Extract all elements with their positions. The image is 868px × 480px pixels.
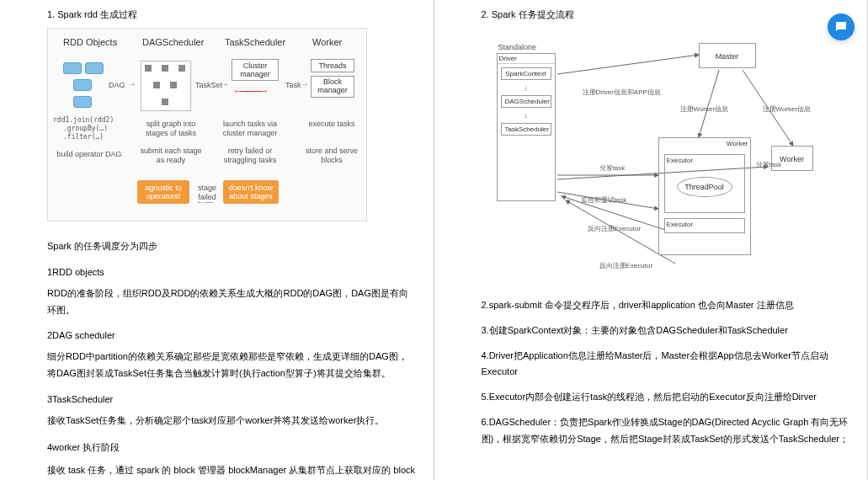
taskscheduler-box: TaskScheduler bbox=[501, 123, 551, 136]
rdd-box bbox=[73, 96, 92, 108]
dag-arrow-label: DAG bbox=[109, 81, 125, 90]
label-reg-driver: 注册Driver信息和APP信息 bbox=[583, 88, 661, 97]
para-r1: 2.spark-submit 命令提交程序后，driver和applicatio… bbox=[482, 297, 851, 314]
chat-icon bbox=[833, 19, 849, 35]
desc-submit: submit each stage as ready bbox=[137, 147, 205, 165]
worker1-label: Worker bbox=[659, 138, 750, 149]
desc-launch: launch tasks via cluster manager bbox=[216, 120, 284, 138]
col-dag: DAGScheduler bbox=[142, 37, 204, 47]
desc-store: store and serve blocks bbox=[302, 147, 361, 165]
blockmgr-box: Block manager bbox=[311, 76, 354, 98]
cluster-manager-box: Cluster manager bbox=[232, 59, 279, 81]
svg-line-1 bbox=[699, 70, 719, 137]
arrow-icon: → bbox=[301, 79, 309, 88]
para-rdd: RDD的准备阶段，组织RDD及RDD的依赖关系生成大概的RDD的DAG图，DAG… bbox=[47, 285, 417, 319]
chat-fab[interactable] bbox=[828, 13, 855, 40]
label-reg-worker2: 注册Worker信息 bbox=[763, 105, 812, 114]
right-title: 2. Spark 任务提交流程 bbox=[482, 8, 851, 21]
heading-worker: 4worker 执行阶段 bbox=[47, 441, 417, 454]
arrow-icon: → bbox=[128, 79, 136, 88]
standalone-label: Standalone bbox=[498, 43, 537, 52]
desc-exec: execute tasks bbox=[302, 120, 361, 129]
arrow-red-icon: ←———→ bbox=[233, 86, 267, 95]
col-worker: Worker bbox=[312, 37, 342, 47]
threads-box: Threads bbox=[311, 59, 354, 72]
label-revreg2: 反向注册Executor bbox=[599, 262, 653, 270]
driver-box: Driver SparkContext ↓ DAGScheduler ↓ Tas… bbox=[497, 53, 556, 201]
threadpool-ellipse: ThreadPool bbox=[677, 177, 732, 197]
label-dispatch: 分发task bbox=[599, 164, 626, 173]
arrow-icon: ←— bbox=[196, 197, 213, 206]
code-line: .groupBy(…) bbox=[63, 125, 108, 132]
para-r4: 5.Executor内部会创建运行task的线程池，然后把启动的Executor… bbox=[482, 389, 851, 406]
worker1-box: Worker Executor ThreadPool Executor bbox=[658, 137, 751, 255]
desc-split: split graph into stages of tasks bbox=[137, 120, 205, 138]
label-dispatch2: 分发task bbox=[756, 161, 782, 169]
desc-retry: retry failed or straggling tasks bbox=[216, 147, 284, 165]
task-label: Task bbox=[285, 81, 301, 90]
taskset-label: TaskSet bbox=[195, 81, 222, 90]
driver-label: Driver bbox=[498, 54, 555, 64]
col-task: TaskScheduler bbox=[225, 37, 285, 47]
label-monitor: 监控和重试task bbox=[581, 196, 627, 205]
label-reg-worker: 注册Worker信息 bbox=[680, 105, 729, 114]
dagscheduler-box: DAGScheduler bbox=[501, 95, 551, 108]
para-worker: 接收 task 任务，通过 spark 的 block 管理器 blockMan… bbox=[47, 462, 417, 480]
orange-doesnt-know: doesn't know about stages bbox=[223, 180, 279, 204]
rdd-box bbox=[73, 79, 92, 91]
rdd-box bbox=[85, 62, 104, 74]
label-revreg: 反向注册Executor bbox=[588, 225, 642, 233]
dag-graph-box bbox=[141, 61, 191, 111]
rdd-box bbox=[63, 62, 82, 74]
submit-diagram: Standalone Driver SparkContext ↓ DAGSche… bbox=[482, 28, 844, 280]
code-line: .filter(…) bbox=[63, 133, 104, 141]
sparkcontext-box: SparkContext bbox=[501, 67, 551, 80]
code-line: rdd1.join(rdd2) bbox=[53, 116, 114, 124]
left-title: 1. Spark rdd 生成过程 bbox=[47, 8, 417, 21]
para-r2: 3.创建SparkContext对象：主要的对象包含DAGScheduler和T… bbox=[482, 323, 851, 339]
orange-agnostic: agnostic to operators! bbox=[137, 180, 189, 204]
heading-dag: 2DAG scheduler bbox=[47, 330, 417, 340]
desc-build-dag: build operator DAG bbox=[51, 150, 127, 159]
heading-rdd: 1RDD objects bbox=[47, 267, 417, 277]
col-rdd: RDD Objects bbox=[63, 37, 117, 47]
master-box: Master bbox=[699, 43, 756, 68]
para-r5: 6.DAGScheduler：负责把Spark作业转换成Stage的DAG(Di… bbox=[482, 414, 851, 448]
executor2-box: Executor bbox=[664, 218, 745, 233]
left-page: 1. Spark rdd 生成过程 RDD Objects DAGSchedul… bbox=[0, 0, 434, 480]
svg-line-0 bbox=[557, 55, 699, 74]
right-page: 2. Spark 任务提交流程 Standalone Driver SparkC… bbox=[434, 0, 869, 480]
para-intro: Spark 的任务调度分为四步 bbox=[47, 238, 417, 255]
rdd-diagram: RDD Objects DAGScheduler TaskScheduler W… bbox=[47, 28, 367, 221]
para-r3: 4.Driver把Application信息注册给Master后，Master会… bbox=[482, 348, 851, 381]
executor1-label: Executor bbox=[665, 155, 744, 166]
para-tasksched: 接收TaskSet任务集，分析确定那个task对应那个worker并将其发送给w… bbox=[47, 413, 417, 429]
executor1-box: Executor ThreadPool bbox=[664, 154, 745, 213]
arrow-icon: → bbox=[221, 79, 229, 88]
heading-tasksched: 3TaskScheduler bbox=[47, 394, 417, 404]
para-dag: 细分RDD中partition的依赖关系确定那些是宽依赖那些是窄依赖，生成更详细… bbox=[47, 349, 417, 382]
